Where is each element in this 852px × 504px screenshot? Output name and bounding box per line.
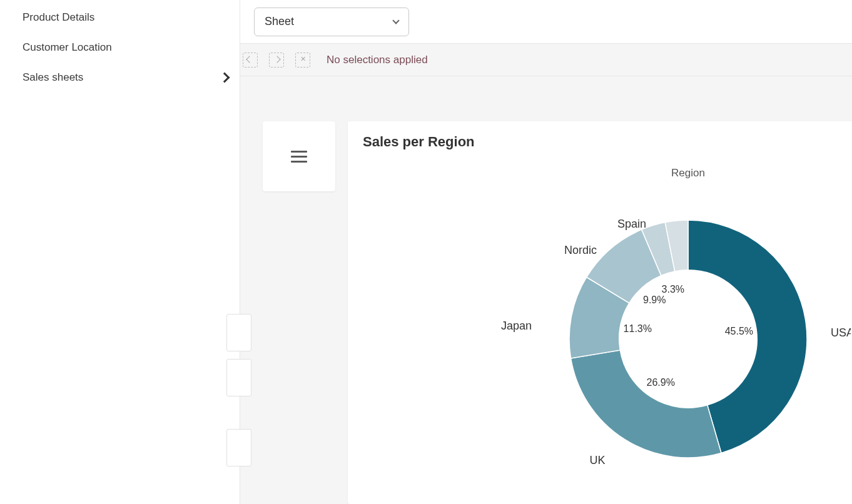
- chart-title: Sales per Region: [363, 134, 851, 150]
- sidebar-item-product-details[interactable]: Product Details: [0, 3, 240, 33]
- sidebar-item-label: Product Details: [23, 11, 94, 24]
- donut-slice-uk[interactable]: [571, 350, 721, 458]
- sidebar-item-label: Sales sheets: [23, 71, 83, 84]
- selections-bar: No selections applied: [240, 44, 852, 76]
- slice-name-label: Nordic: [564, 244, 597, 256]
- slice-value-label: 26.9%: [646, 377, 674, 388]
- donut-chart[interactable]: Region45.5%USA26.9%UK11.3%Japan9.9%Nordi…: [363, 158, 851, 485]
- chevron-down-icon: [392, 17, 399, 24]
- chevron-right-icon: [220, 73, 230, 83]
- selection-clear-icon[interactable]: [295, 53, 310, 68]
- legend-title: Region: [671, 167, 705, 179]
- slice-name-label: Spain: [617, 218, 646, 230]
- topbar: Sheet: [240, 0, 852, 44]
- sheet-dropdown[interactable]: Sheet: [254, 8, 409, 36]
- dropdown-label: Sheet: [265, 15, 294, 28]
- selection-back-icon[interactable]: [243, 53, 258, 68]
- selections-message: No selections applied: [327, 54, 428, 66]
- selection-forward-icon[interactable]: [269, 53, 284, 68]
- sidebar: Product Details Customer Location Sales …: [0, 0, 240, 504]
- object-menu-button[interactable]: [263, 121, 335, 191]
- sidebar-item-label: Customer Location: [23, 41, 112, 54]
- ghost-card: [226, 314, 251, 351]
- slice-name-label: Japan: [501, 320, 532, 332]
- slice-value-label: 9.9%: [643, 295, 666, 305]
- hamburger-icon: [291, 151, 307, 163]
- chart-card: Sales per Region Region45.5%USA26.9%UK11…: [348, 121, 852, 504]
- slice-value-label: 3.3%: [662, 284, 684, 295]
- ghost-card: [226, 359, 251, 396]
- slice-name-label: USA: [831, 326, 851, 339]
- main-area: Sheet No selections applied Sales per Re…: [240, 0, 852, 504]
- sidebar-item-customer-location[interactable]: Customer Location: [0, 33, 240, 63]
- slice-value-label: 45.5%: [725, 326, 753, 336]
- slice-value-label: 11.3%: [624, 323, 652, 334]
- sheet-canvas: Sales per Region Region45.5%USA26.9%UK11…: [240, 76, 852, 504]
- slice-name-label: UK: [589, 454, 605, 466]
- sidebar-item-sales-sheets[interactable]: Sales sheets: [0, 63, 240, 93]
- ghost-card: [226, 429, 251, 466]
